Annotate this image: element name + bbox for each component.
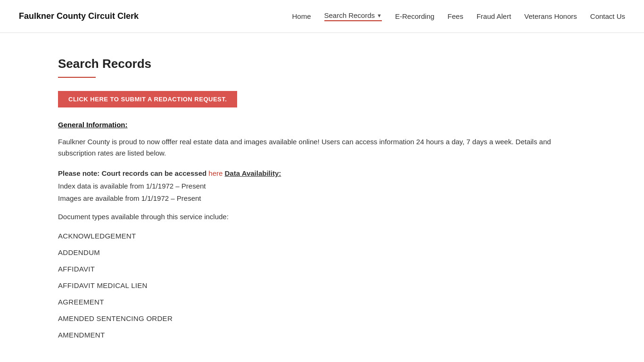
main-nav: Home Search Records ▼ E-Recording Fees F… — [292, 11, 625, 21]
title-underline — [58, 77, 96, 78]
site-header: Faulkner County Circuit Clerk Home Searc… — [0, 0, 644, 33]
please-note: Please note: Court records can be access… — [58, 169, 586, 177]
dropdown-caret-icon: ▼ — [377, 13, 382, 18]
index-data-line: Index data is available from 1/1/1972 – … — [58, 180, 586, 192]
images-available-line: Images are available from 1/1/1972 – Pre… — [58, 192, 586, 205]
nav-fees[interactable]: Fees — [447, 12, 463, 20]
nav-erecording[interactable]: E-Recording — [395, 12, 434, 20]
here-link[interactable]: here — [208, 169, 223, 177]
data-availability-label: Data Availability: — [225, 169, 281, 177]
nav-contact-us[interactable]: Contact Us — [590, 12, 625, 20]
please-note-prefix: Please note: Court records can be access… — [58, 169, 208, 177]
document-intro: Document types available through this se… — [58, 213, 586, 221]
general-info-heading: General Information: — [58, 121, 586, 129]
page-title: Search Records — [58, 57, 586, 71]
document-type-item: AMENDMENT — [58, 331, 586, 339]
intro-text: Faulkner County is proud to now offfer r… — [58, 136, 586, 159]
site-title: Faulkner County Circuit Clerk — [19, 11, 139, 21]
nav-veterans-honors[interactable]: Veterans Honors — [524, 12, 577, 20]
document-type-item: ACKNOWLEDGEMENT — [58, 232, 586, 240]
main-content: Search Records CLICK HERE TO SUBMIT A RE… — [39, 33, 605, 362]
document-type-list: ACKNOWLEDGEMENTADDENDUMAFFIDAVITAFFIDAVI… — [58, 232, 586, 339]
document-type-item: AMENDED SENTENCING ORDER — [58, 314, 586, 322]
availability-info: Index data is available from 1/1/1972 – … — [58, 180, 586, 204]
nav-home[interactable]: Home — [292, 12, 311, 20]
nav-search-records[interactable]: Search Records ▼ — [324, 11, 382, 21]
document-type-item: ADDENDUM — [58, 248, 586, 256]
document-type-item: AGREEMENT — [58, 298, 586, 306]
document-type-item: AFFIDAVIT MEDICAL LIEN — [58, 281, 586, 289]
nav-fraud-alert[interactable]: Fraud Alert — [477, 12, 511, 20]
redaction-request-button[interactable]: CLICK HERE TO SUBMIT A REDACTION REQUEST… — [58, 91, 237, 107]
document-type-item: AFFIDAVIT — [58, 265, 586, 273]
